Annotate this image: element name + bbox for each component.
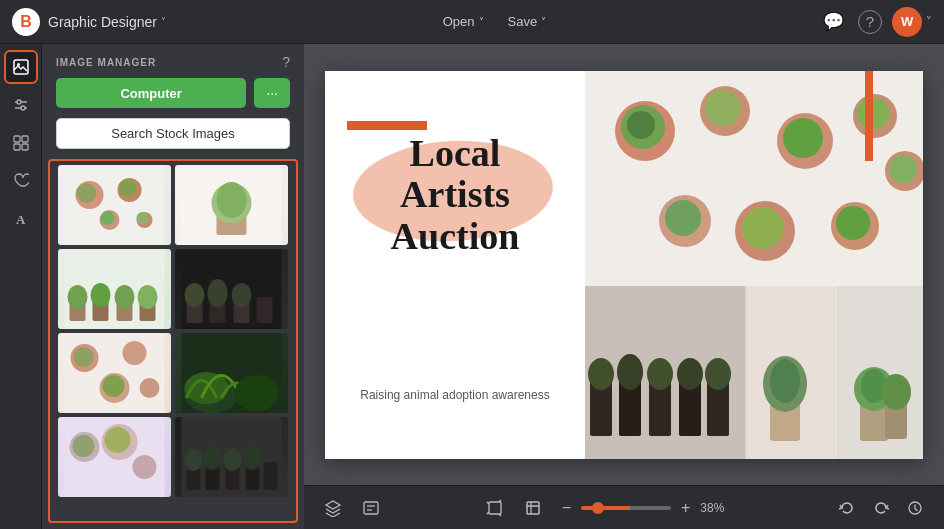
zoom-out-button[interactable]: − xyxy=(558,497,575,519)
image-thumbnail-3[interactable] xyxy=(58,249,171,329)
svg-point-95 xyxy=(647,358,673,390)
panel-help-button[interactable]: ? xyxy=(282,54,290,70)
svg-point-67 xyxy=(244,446,262,470)
resize-icon[interactable] xyxy=(482,495,508,521)
icon-rail: A xyxy=(0,44,42,529)
undo-button[interactable] xyxy=(834,495,860,521)
bottom-toolbar: − + 38% xyxy=(304,485,944,529)
canvas-area: Local Artists Auction Raising animal ado… xyxy=(304,44,944,529)
svg-point-54 xyxy=(73,435,95,457)
user-chevron: ˅ xyxy=(926,15,932,28)
design-right-top xyxy=(585,71,923,286)
image-thumbnail-2[interactable] xyxy=(175,165,288,245)
zoom-control: − + 38% xyxy=(558,497,737,519)
image-grid xyxy=(58,165,288,497)
zoom-slider[interactable] xyxy=(581,506,671,510)
image-thumbnail-4[interactable] xyxy=(175,249,288,329)
svg-point-66 xyxy=(224,449,242,471)
more-options-button[interactable]: ··· xyxy=(254,78,290,108)
svg-point-32 xyxy=(138,285,158,309)
svg-rect-63 xyxy=(264,462,278,490)
svg-point-1 xyxy=(17,63,20,66)
svg-point-86 xyxy=(889,155,917,183)
svg-point-44 xyxy=(123,341,147,365)
svg-point-17 xyxy=(101,211,115,225)
image-thumbnail-8[interactable] xyxy=(175,417,288,497)
svg-point-4 xyxy=(17,100,21,104)
svg-point-47 xyxy=(140,378,160,398)
svg-point-15 xyxy=(119,179,137,197)
svg-rect-11 xyxy=(65,165,165,245)
app-name-chevron: ˅ xyxy=(161,16,166,27)
svg-rect-6 xyxy=(14,136,20,142)
logo-letter: B xyxy=(20,13,32,31)
svg-point-23 xyxy=(217,182,247,218)
save-button[interactable]: Save ˅ xyxy=(498,10,557,33)
image-manager-panel: IMAGE MANAGER ? Computer ··· Search Stoc… xyxy=(42,44,304,529)
design-subtitle: Raising animal adoption awareness xyxy=(325,386,585,404)
rail-adjust-icon[interactable] xyxy=(4,88,38,122)
crop-icon[interactable] xyxy=(520,495,546,521)
rail-heart-icon[interactable] xyxy=(4,164,38,198)
svg-point-43 xyxy=(74,347,94,367)
panel-upload-buttons: Computer ··· xyxy=(42,78,304,118)
main-area: A IMAGE MANAGER ? Computer ··· Search St… xyxy=(0,44,944,529)
user-avatar[interactable]: W xyxy=(892,7,922,37)
svg-point-13 xyxy=(77,183,97,203)
svg-text:A: A xyxy=(16,212,26,227)
help-icon-button[interactable]: ? xyxy=(858,10,882,34)
topbar-right: 💬 ? W ˅ xyxy=(819,7,932,37)
app-logo[interactable]: B xyxy=(12,8,40,36)
svg-point-35 xyxy=(185,283,205,307)
svg-rect-7 xyxy=(22,136,28,142)
bottom-right-icons xyxy=(834,495,928,521)
svg-point-65 xyxy=(204,446,222,470)
svg-point-91 xyxy=(588,358,614,390)
canvas-scroll[interactable]: Local Artists Auction Raising animal ado… xyxy=(304,44,944,485)
panel-header: IMAGE MANAGER ? xyxy=(42,44,304,78)
computer-upload-button[interactable]: Computer xyxy=(56,78,246,108)
svg-point-26 xyxy=(68,285,88,309)
search-stock-button[interactable]: Search Stock Images xyxy=(56,118,290,149)
user-menu[interactable]: W ˅ xyxy=(892,7,932,37)
svg-rect-114 xyxy=(527,502,539,514)
app-name-container[interactable]: Graphic Designer ˅ xyxy=(48,14,166,30)
rail-images-icon[interactable] xyxy=(4,50,38,84)
open-button[interactable]: Open ˅ xyxy=(433,10,494,33)
svg-rect-113 xyxy=(489,502,501,514)
svg-point-64 xyxy=(185,449,203,471)
layers-icon[interactable] xyxy=(320,495,346,521)
image-thumbnail-7[interactable] xyxy=(58,417,171,497)
svg-rect-8 xyxy=(14,144,20,150)
svg-point-80 xyxy=(665,200,701,236)
svg-point-74 xyxy=(705,90,741,126)
pages-icon[interactable] xyxy=(358,495,384,521)
rail-grid-icon[interactable] xyxy=(4,126,38,160)
svg-point-51 xyxy=(235,375,279,411)
svg-point-82 xyxy=(742,207,784,249)
image-grid-container xyxy=(48,159,298,523)
design-left-panel: Local Artists Auction Raising animal ado… xyxy=(325,71,585,459)
svg-point-46 xyxy=(103,375,125,397)
svg-point-76 xyxy=(783,118,823,158)
app-name-label: Graphic Designer xyxy=(48,14,157,30)
svg-point-37 xyxy=(208,279,228,307)
svg-point-97 xyxy=(677,358,703,390)
svg-point-39 xyxy=(232,283,252,307)
svg-point-99 xyxy=(705,358,731,390)
history-button[interactable] xyxy=(902,495,928,521)
image-thumbnail-1[interactable] xyxy=(58,165,171,245)
svg-rect-9 xyxy=(22,144,28,150)
design-title: Local Artists Auction xyxy=(325,133,585,258)
image-thumbnail-5[interactable] xyxy=(58,333,171,413)
svg-point-5 xyxy=(21,106,25,110)
zoom-in-button[interactable]: + xyxy=(677,497,694,519)
message-icon-button[interactable]: 💬 xyxy=(819,7,848,36)
svg-point-109 xyxy=(881,374,911,410)
svg-rect-87 xyxy=(865,71,873,161)
rail-text-icon[interactable]: A xyxy=(4,202,38,236)
svg-point-72 xyxy=(627,111,655,139)
svg-rect-40 xyxy=(257,297,273,323)
image-thumbnail-6[interactable] xyxy=(175,333,288,413)
redo-button[interactable] xyxy=(868,495,894,521)
